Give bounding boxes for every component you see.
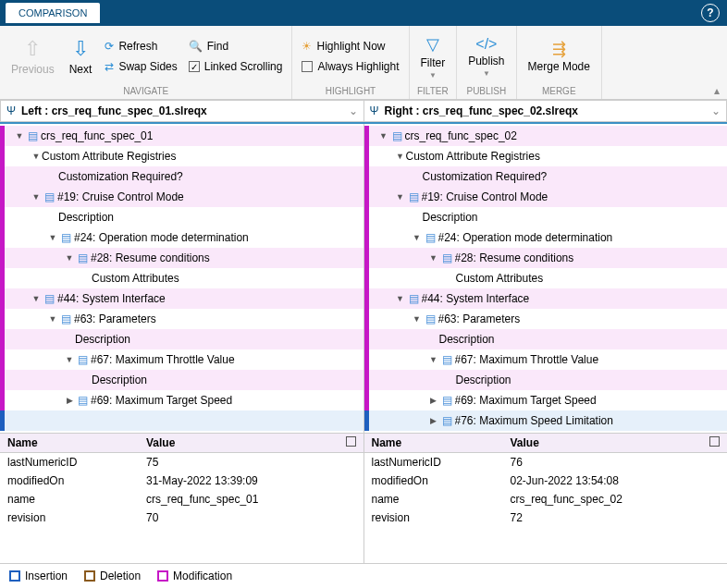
tree-node[interactable] <box>0 410 364 431</box>
tree-node[interactable]: ▼▤#28: Resume conditions <box>0 248 364 268</box>
tree-node[interactable]: Description <box>0 207 364 227</box>
diff-bar <box>364 370 369 390</box>
property-row[interactable]: modifiedOn02-Jun-2022 13:54:08 <box>364 472 728 490</box>
prop-value: 02-Jun-2022 13:54:08 <box>511 474 721 487</box>
merge-mode-button[interactable]: ⇶ Merge Mode <box>523 37 596 75</box>
prop-name: revision <box>372 511 511 524</box>
tree-node[interactable]: ▶▤#76: Maximum Speed Limitation <box>364 410 728 431</box>
chevron-down-icon[interactable]: ⌄ <box>711 104 721 117</box>
node-label: Description <box>423 211 478 224</box>
tree-node[interactable]: Customization Required? <box>364 166 728 187</box>
help-button[interactable]: ? <box>701 4 720 22</box>
left-tree[interactable]: ▼▤crs_req_func_spec_01▼Custom Attribute … <box>0 124 364 433</box>
chevron-down-icon[interactable]: ⌄ <box>349 104 358 117</box>
property-row[interactable]: revision70 <box>0 508 364 527</box>
caret-down-icon[interactable]: ▼ <box>378 131 389 141</box>
caret-right-icon[interactable]: ▶ <box>428 396 439 405</box>
diff-bar <box>364 410 369 431</box>
tree-node[interactable]: ▼▤#67: Maximum Throttle Value <box>364 349 728 370</box>
tree-node[interactable]: ▼▤#44: System Interface <box>0 288 364 309</box>
tree-node[interactable]: ▼▤#28: Resume conditions <box>364 248 728 268</box>
publish-button[interactable]: </> Publish ▼ <box>462 34 510 80</box>
linked-scrolling-toggle[interactable]: ✓Linked Scrolling <box>185 58 287 75</box>
tree-node[interactable]: ▼▤#67: Maximum Throttle Value <box>0 349 364 370</box>
caret-right-icon[interactable]: ▶ <box>64 396 75 405</box>
caret-down-icon[interactable]: ▼ <box>412 314 423 324</box>
refresh-button[interactable]: ⟳Refresh <box>101 38 180 55</box>
caret-down-icon[interactable]: ▼ <box>47 233 58 242</box>
tree-node[interactable]: ▼▤crs_req_func_spec_01 <box>0 126 364 146</box>
diff-bar <box>0 288 5 309</box>
find-button[interactable]: 🔍Find <box>185 38 287 55</box>
swap-sides-button[interactable]: ⇄Swap Sides <box>101 58 180 75</box>
group-filter-label: FILTER <box>415 85 451 97</box>
swap-icon: ⇄ <box>105 60 114 73</box>
next-button[interactable]: ⇩ Next <box>64 35 98 78</box>
toolbar: ⇧ Previous ⇩ Next ⟳Refresh ⇄Swap Sides 🔍… <box>0 26 727 100</box>
node-label: Custom Attribute Registries <box>42 150 176 163</box>
tree-node[interactable]: ▼Custom Attribute Registries <box>364 146 728 166</box>
col-name: Name <box>372 436 511 449</box>
property-row[interactable]: namecrs_req_func_spec_02 <box>364 490 728 508</box>
caret-down-icon[interactable]: ▼ <box>395 294 406 303</box>
tree-node[interactable]: ▼Custom Attribute Registries <box>0 146 364 166</box>
diff-bar <box>364 288 369 309</box>
property-row[interactable]: lastNumericID75 <box>0 453 364 472</box>
tree-node[interactable]: Customization Required? <box>0 166 364 187</box>
document-icon: ▤ <box>442 251 452 264</box>
tree-node[interactable]: Description <box>364 329 728 349</box>
diff-bar <box>364 248 369 268</box>
property-row[interactable]: revision72 <box>364 508 728 527</box>
document-icon: ▤ <box>392 129 402 142</box>
tree-node[interactable]: ▼▤#24: Operation mode determination <box>364 227 728 248</box>
tree-node[interactable]: Custom Attributes <box>0 268 364 288</box>
tree-node[interactable]: ▼▤#44: System Interface <box>364 288 728 309</box>
caret-down-icon[interactable]: ▼ <box>395 152 406 161</box>
node-label: #24: Operation mode determination <box>438 231 613 244</box>
always-highlight-toggle[interactable]: Always Highlight <box>298 58 402 75</box>
prop-value: 70 <box>146 511 356 524</box>
collapse-ribbon-button[interactable]: ▴ <box>707 82 727 99</box>
tree-node[interactable]: Description <box>0 329 364 349</box>
tree-node[interactable]: ▼▤#63: Parameters <box>0 309 364 329</box>
tree-node[interactable]: ▼▤crs_req_func_spec_02 <box>364 126 728 146</box>
property-row[interactable]: namecrs_req_func_spec_01 <box>0 490 364 508</box>
caret-down-icon[interactable]: ▼ <box>428 355 439 364</box>
arrow-down-icon: ⇩ <box>72 37 89 61</box>
caret-down-icon[interactable]: ▼ <box>31 152 42 161</box>
highlight-now-button[interactable]: ☀Highlight Now <box>298 38 402 55</box>
caret-down-icon[interactable]: ▼ <box>31 294 42 303</box>
caret-down-icon[interactable]: ▼ <box>428 253 439 263</box>
tree-node[interactable]: Custom Attributes <box>364 268 728 288</box>
caret-down-icon[interactable]: ▼ <box>14 131 25 141</box>
left-file-header[interactable]: Ψ Left : crs_req_func_spec_01.slreqx ⌄ <box>0 100 364 122</box>
tree-node[interactable]: Description <box>364 370 728 390</box>
tree-node[interactable]: Description <box>0 370 364 390</box>
tree-node[interactable]: ▶▤#69: Maximum Target Speed <box>364 390 728 410</box>
caret-down-icon[interactable]: ▼ <box>31 192 42 202</box>
tree-node[interactable]: ▼▤#19: Cruise Control Mode <box>0 187 364 207</box>
caret-down-icon[interactable]: ▼ <box>64 355 75 364</box>
document-icon: ▤ <box>409 190 419 203</box>
caret-right-icon[interactable]: ▶ <box>428 416 439 425</box>
right-tree[interactable]: ▼▤crs_req_func_spec_02▼Custom Attribute … <box>364 124 728 433</box>
document-icon: ▤ <box>61 231 71 244</box>
caret-down-icon[interactable]: ▼ <box>412 233 423 242</box>
tree-node[interactable]: ▼▤#63: Parameters <box>364 309 728 329</box>
right-file-header[interactable]: Ψ Right : crs_req_func_spec_02.slreqx ⌄ <box>364 100 728 122</box>
tree-node[interactable]: ▶▤#69: Maximum Target Speed <box>0 390 364 410</box>
filter-button[interactable]: ▽ Filter ▼ <box>415 32 451 81</box>
tab-comparison[interactable]: COMPARISON <box>6 3 100 23</box>
tree-node[interactable]: ▼▤#19: Cruise Control Mode <box>364 187 728 207</box>
prop-value: crs_req_func_spec_01 <box>146 493 356 506</box>
caret-down-icon[interactable]: ▼ <box>64 253 75 263</box>
caret-down-icon[interactable]: ▼ <box>395 192 406 202</box>
property-row[interactable]: modifiedOn31-May-2022 13:39:09 <box>0 472 364 490</box>
tree-node[interactable]: ▼▤#24: Operation mode determination <box>0 227 364 248</box>
caret-down-icon[interactable]: ▼ <box>47 314 58 324</box>
prop-name: lastNumericID <box>7 456 146 469</box>
property-row[interactable]: lastNumericID76 <box>364 453 728 472</box>
expand-icon[interactable] <box>709 436 720 447</box>
tree-node[interactable]: Description <box>364 207 728 227</box>
expand-icon[interactable] <box>346 436 356 447</box>
